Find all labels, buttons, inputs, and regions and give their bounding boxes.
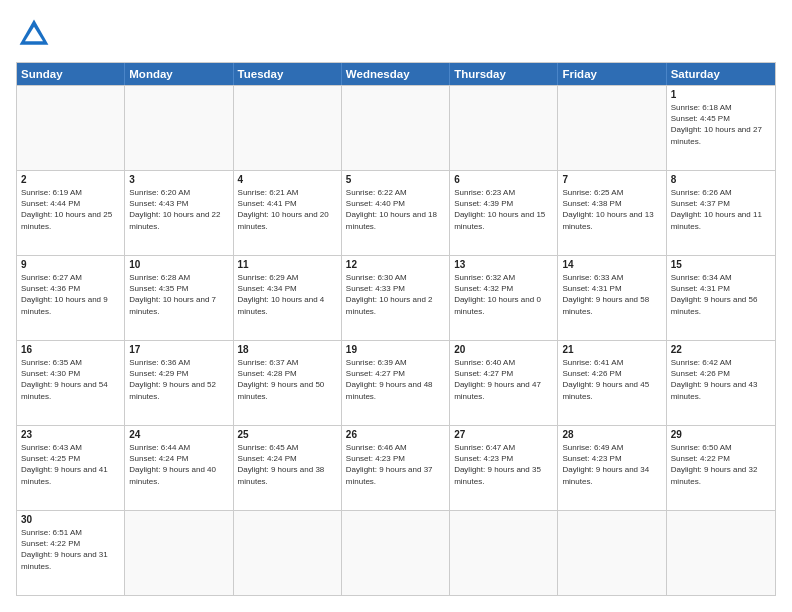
cal-cell-26: 26Sunrise: 6:46 AM Sunset: 4:23 PM Dayli…: [342, 426, 450, 510]
day-number: 14: [562, 259, 661, 270]
day-number: 6: [454, 174, 553, 185]
day-info: Sunrise: 6:35 AM Sunset: 4:30 PM Dayligh…: [21, 357, 120, 402]
day-info: Sunrise: 6:44 AM Sunset: 4:24 PM Dayligh…: [129, 442, 228, 487]
cal-cell-24: 24Sunrise: 6:44 AM Sunset: 4:24 PM Dayli…: [125, 426, 233, 510]
cal-cell-8: 8Sunrise: 6:26 AM Sunset: 4:37 PM Daylig…: [667, 171, 775, 255]
day-info: Sunrise: 6:43 AM Sunset: 4:25 PM Dayligh…: [21, 442, 120, 487]
day-info: Sunrise: 6:50 AM Sunset: 4:22 PM Dayligh…: [671, 442, 771, 487]
cal-header-thursday: Thursday: [450, 63, 558, 85]
day-info: Sunrise: 6:32 AM Sunset: 4:32 PM Dayligh…: [454, 272, 553, 317]
day-number: 25: [238, 429, 337, 440]
day-number: 5: [346, 174, 445, 185]
cal-cell-19: 19Sunrise: 6:39 AM Sunset: 4:27 PM Dayli…: [342, 341, 450, 425]
day-info: Sunrise: 6:25 AM Sunset: 4:38 PM Dayligh…: [562, 187, 661, 232]
day-number: 24: [129, 429, 228, 440]
day-info: Sunrise: 6:30 AM Sunset: 4:33 PM Dayligh…: [346, 272, 445, 317]
cal-cell-9: 9Sunrise: 6:27 AM Sunset: 4:36 PM Daylig…: [17, 256, 125, 340]
day-number: 9: [21, 259, 120, 270]
day-info: Sunrise: 6:46 AM Sunset: 4:23 PM Dayligh…: [346, 442, 445, 487]
calendar: SundayMondayTuesdayWednesdayThursdayFrid…: [16, 62, 776, 596]
day-info: Sunrise: 6:27 AM Sunset: 4:36 PM Dayligh…: [21, 272, 120, 317]
cal-cell-empty: [234, 511, 342, 595]
day-number: 11: [238, 259, 337, 270]
cal-cell-29: 29Sunrise: 6:50 AM Sunset: 4:22 PM Dayli…: [667, 426, 775, 510]
day-info: Sunrise: 6:19 AM Sunset: 4:44 PM Dayligh…: [21, 187, 120, 232]
cal-cell-1: 1Sunrise: 6:18 AM Sunset: 4:45 PM Daylig…: [667, 86, 775, 170]
day-info: Sunrise: 6:42 AM Sunset: 4:26 PM Dayligh…: [671, 357, 771, 402]
day-number: 4: [238, 174, 337, 185]
cal-cell-10: 10Sunrise: 6:28 AM Sunset: 4:35 PM Dayli…: [125, 256, 233, 340]
cal-cell-18: 18Sunrise: 6:37 AM Sunset: 4:28 PM Dayli…: [234, 341, 342, 425]
cal-cell-empty: [125, 511, 233, 595]
day-info: Sunrise: 6:40 AM Sunset: 4:27 PM Dayligh…: [454, 357, 553, 402]
cal-cell-14: 14Sunrise: 6:33 AM Sunset: 4:31 PM Dayli…: [558, 256, 666, 340]
cal-cell-7: 7Sunrise: 6:25 AM Sunset: 4:38 PM Daylig…: [558, 171, 666, 255]
page: SundayMondayTuesdayWednesdayThursdayFrid…: [0, 0, 792, 612]
day-info: Sunrise: 6:22 AM Sunset: 4:40 PM Dayligh…: [346, 187, 445, 232]
day-info: Sunrise: 6:49 AM Sunset: 4:23 PM Dayligh…: [562, 442, 661, 487]
cal-header-saturday: Saturday: [667, 63, 775, 85]
cal-cell-empty: [667, 511, 775, 595]
cal-cell-20: 20Sunrise: 6:40 AM Sunset: 4:27 PM Dayli…: [450, 341, 558, 425]
day-info: Sunrise: 6:23 AM Sunset: 4:39 PM Dayligh…: [454, 187, 553, 232]
cal-cell-21: 21Sunrise: 6:41 AM Sunset: 4:26 PM Dayli…: [558, 341, 666, 425]
cal-cell-25: 25Sunrise: 6:45 AM Sunset: 4:24 PM Dayli…: [234, 426, 342, 510]
cal-week-2: 9Sunrise: 6:27 AM Sunset: 4:36 PM Daylig…: [17, 255, 775, 340]
day-number: 29: [671, 429, 771, 440]
cal-cell-22: 22Sunrise: 6:42 AM Sunset: 4:26 PM Dayli…: [667, 341, 775, 425]
day-info: Sunrise: 6:37 AM Sunset: 4:28 PM Dayligh…: [238, 357, 337, 402]
logo-icon: [16, 16, 52, 52]
day-number: 12: [346, 259, 445, 270]
cal-cell-empty: [450, 86, 558, 170]
cal-header-wednesday: Wednesday: [342, 63, 450, 85]
cal-cell-empty: [342, 511, 450, 595]
cal-cell-2: 2Sunrise: 6:19 AM Sunset: 4:44 PM Daylig…: [17, 171, 125, 255]
day-number: 28: [562, 429, 661, 440]
day-info: Sunrise: 6:51 AM Sunset: 4:22 PM Dayligh…: [21, 527, 120, 572]
cal-cell-empty: [234, 86, 342, 170]
day-info: Sunrise: 6:18 AM Sunset: 4:45 PM Dayligh…: [671, 102, 771, 147]
day-info: Sunrise: 6:21 AM Sunset: 4:41 PM Dayligh…: [238, 187, 337, 232]
logo: [16, 16, 56, 52]
day-number: 18: [238, 344, 337, 355]
day-number: 19: [346, 344, 445, 355]
day-info: Sunrise: 6:26 AM Sunset: 4:37 PM Dayligh…: [671, 187, 771, 232]
day-number: 10: [129, 259, 228, 270]
day-number: 17: [129, 344, 228, 355]
day-info: Sunrise: 6:36 AM Sunset: 4:29 PM Dayligh…: [129, 357, 228, 402]
day-number: 13: [454, 259, 553, 270]
cal-week-4: 23Sunrise: 6:43 AM Sunset: 4:25 PM Dayli…: [17, 425, 775, 510]
day-number: 8: [671, 174, 771, 185]
day-info: Sunrise: 6:34 AM Sunset: 4:31 PM Dayligh…: [671, 272, 771, 317]
day-info: Sunrise: 6:39 AM Sunset: 4:27 PM Dayligh…: [346, 357, 445, 402]
day-number: 2: [21, 174, 120, 185]
cal-cell-empty: [558, 86, 666, 170]
cal-header-friday: Friday: [558, 63, 666, 85]
cal-cell-16: 16Sunrise: 6:35 AM Sunset: 4:30 PM Dayli…: [17, 341, 125, 425]
day-number: 26: [346, 429, 445, 440]
cal-cell-30: 30Sunrise: 6:51 AM Sunset: 4:22 PM Dayli…: [17, 511, 125, 595]
cal-cell-15: 15Sunrise: 6:34 AM Sunset: 4:31 PM Dayli…: [667, 256, 775, 340]
cal-header-sunday: Sunday: [17, 63, 125, 85]
day-number: 22: [671, 344, 771, 355]
cal-cell-empty: [450, 511, 558, 595]
cal-cell-empty: [558, 511, 666, 595]
cal-cell-27: 27Sunrise: 6:47 AM Sunset: 4:23 PM Dayli…: [450, 426, 558, 510]
day-info: Sunrise: 6:29 AM Sunset: 4:34 PM Dayligh…: [238, 272, 337, 317]
cal-cell-empty: [17, 86, 125, 170]
cal-cell-empty: [125, 86, 233, 170]
cal-cell-12: 12Sunrise: 6:30 AM Sunset: 4:33 PM Dayli…: [342, 256, 450, 340]
cal-week-0: 1Sunrise: 6:18 AM Sunset: 4:45 PM Daylig…: [17, 85, 775, 170]
cal-cell-6: 6Sunrise: 6:23 AM Sunset: 4:39 PM Daylig…: [450, 171, 558, 255]
day-info: Sunrise: 6:47 AM Sunset: 4:23 PM Dayligh…: [454, 442, 553, 487]
day-number: 1: [671, 89, 771, 100]
cal-cell-17: 17Sunrise: 6:36 AM Sunset: 4:29 PM Dayli…: [125, 341, 233, 425]
day-info: Sunrise: 6:41 AM Sunset: 4:26 PM Dayligh…: [562, 357, 661, 402]
day-number: 27: [454, 429, 553, 440]
cal-week-1: 2Sunrise: 6:19 AM Sunset: 4:44 PM Daylig…: [17, 170, 775, 255]
cal-cell-4: 4Sunrise: 6:21 AM Sunset: 4:41 PM Daylig…: [234, 171, 342, 255]
cal-week-3: 16Sunrise: 6:35 AM Sunset: 4:30 PM Dayli…: [17, 340, 775, 425]
calendar-header-row: SundayMondayTuesdayWednesdayThursdayFrid…: [17, 63, 775, 85]
cal-cell-3: 3Sunrise: 6:20 AM Sunset: 4:43 PM Daylig…: [125, 171, 233, 255]
day-info: Sunrise: 6:20 AM Sunset: 4:43 PM Dayligh…: [129, 187, 228, 232]
